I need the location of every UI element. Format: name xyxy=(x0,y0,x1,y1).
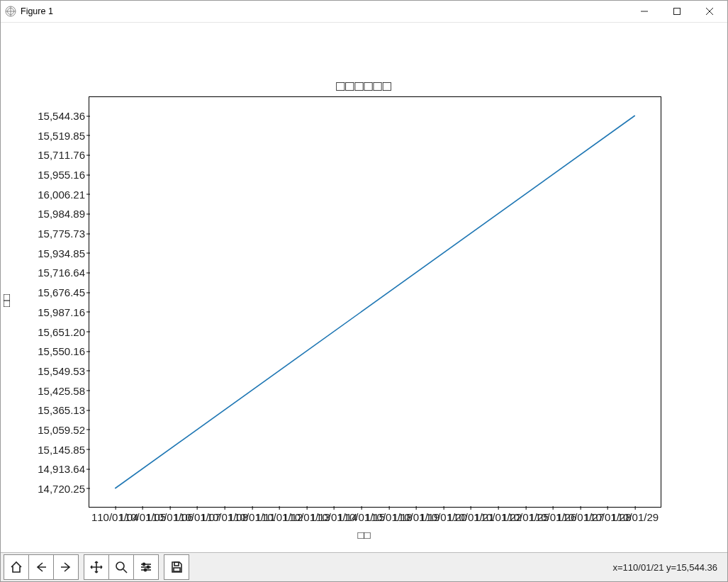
y-tick: 15,549.53 xyxy=(38,364,89,376)
svg-line-8 xyxy=(115,116,634,488)
y-tick: 15,519.85 xyxy=(38,129,89,141)
svg-point-9 xyxy=(116,562,124,570)
close-button[interactable] xyxy=(693,1,726,22)
y-tick: 14,913.64 xyxy=(38,463,89,475)
svg-point-16 xyxy=(144,569,146,571)
y-tick: 15,711.76 xyxy=(38,149,89,161)
svg-rect-18 xyxy=(174,568,180,571)
y-tick: 15,987.16 xyxy=(38,306,89,318)
y-tick: 15,425.58 xyxy=(38,384,89,396)
svg-point-15 xyxy=(147,566,149,568)
y-tick: 15,934.85 xyxy=(38,247,89,259)
titlebar: Figure 1 xyxy=(1,1,727,23)
figure-canvas[interactable]: □□□□□□ □□ 15,544.3615,519.8515,711.7615,… xyxy=(1,23,727,552)
y-tick: 15,365.13 xyxy=(38,404,89,416)
chart-title: □□□□□□ xyxy=(1,78,727,94)
figure-window: Figure 1 □□□□□□ □□ 15,544.3615,519.8515,… xyxy=(0,0,728,582)
y-tick: 15,651.20 xyxy=(38,325,89,337)
svg-point-14 xyxy=(142,563,145,565)
zoom-button[interactable] xyxy=(108,554,134,580)
y-tick: 15,544.36 xyxy=(38,110,89,122)
y-tick: 15,775.73 xyxy=(38,228,89,240)
nav-toolbar: x=110/01/21 y=15,544.36 xyxy=(1,552,727,581)
y-tick: 15,984.89 xyxy=(38,208,89,220)
minimize-button[interactable] xyxy=(628,1,661,22)
y-tick: 15,676.45 xyxy=(38,286,89,298)
save-button[interactable] xyxy=(164,554,189,580)
forward-button[interactable] xyxy=(53,554,79,580)
y-tick: 14,720.25 xyxy=(38,482,89,494)
y-tick: 15,716.64 xyxy=(38,267,89,279)
matplotlib-app-icon xyxy=(5,6,16,17)
y-tick: 15,550.16 xyxy=(38,345,89,357)
y-tick: 16,006.21 xyxy=(38,188,89,200)
x-tick: 110/01/29 xyxy=(611,507,659,523)
svg-rect-5 xyxy=(674,9,681,15)
home-button[interactable] xyxy=(4,554,29,580)
x-axis-label: □□ xyxy=(1,529,727,541)
data-line xyxy=(89,97,661,507)
y-axis-label: □□ xyxy=(1,294,12,307)
y-tick: 15,145.85 xyxy=(38,443,89,455)
y-tick: 15,955.16 xyxy=(38,169,89,181)
y-tick: 15,059.52 xyxy=(38,423,89,435)
chart-axes: 15,544.3615,519.8515,711.7615,955.1616,0… xyxy=(89,96,661,508)
window-title: Figure 1 xyxy=(21,6,53,16)
maximize-button[interactable] xyxy=(661,1,693,22)
svg-line-10 xyxy=(123,569,127,573)
cursor-status: x=110/01/21 y=15,544.36 xyxy=(613,562,717,573)
configure-subplots-button[interactable] xyxy=(133,554,159,580)
pan-button[interactable] xyxy=(84,554,109,580)
svg-rect-17 xyxy=(174,562,179,566)
back-button[interactable] xyxy=(28,554,54,580)
